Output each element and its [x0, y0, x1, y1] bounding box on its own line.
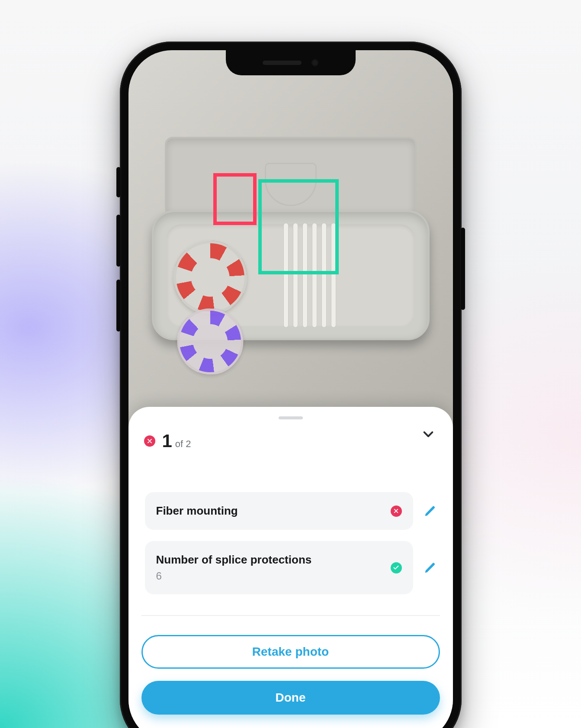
pencil-icon	[424, 505, 437, 518]
phone-side-button	[116, 167, 121, 197]
done-button[interactable]: Done	[141, 681, 440, 715]
results-sheet: 1 of 2 Fiber mounting	[128, 407, 453, 728]
pencil-icon	[424, 561, 437, 574]
retake-photo-button[interactable]: Retake photo	[141, 635, 440, 669]
check-icon	[393, 564, 399, 571]
phone-screen: 1 of 2 Fiber mounting	[128, 50, 453, 728]
phone-notch	[226, 50, 356, 75]
detection-box-ok	[258, 179, 339, 274]
x-icon	[393, 508, 399, 514]
result-row: Number of splice protections 6	[145, 541, 437, 594]
result-row: Fiber mounting	[145, 492, 437, 530]
fiber-spool	[173, 241, 247, 314]
result-title: Number of splice protections	[156, 553, 312, 567]
sheet-grabber[interactable]	[279, 416, 303, 419]
result-card-fiber-mounting[interactable]: Fiber mounting	[145, 492, 413, 530]
phone-volume-up	[116, 215, 121, 267]
sheet-header: 1 of 2	[141, 427, 440, 467]
result-value: 6	[156, 570, 312, 582]
edit-button[interactable]	[424, 505, 437, 518]
fiber-spool	[177, 309, 243, 375]
sheet-actions: Retake photo Done	[141, 615, 440, 715]
detection-box-error	[213, 173, 257, 225]
status-badge-error	[144, 435, 155, 447]
progress-current: 1	[162, 431, 172, 451]
result-list: Fiber mounting	[141, 467, 440, 607]
progress-of-label: of 2	[175, 438, 191, 450]
status-badge-error	[391, 506, 402, 517]
progress-counter: 1 of 2	[162, 431, 191, 451]
phone-frame: 1 of 2 Fiber mounting	[120, 42, 462, 728]
result-title: Fiber mounting	[156, 504, 238, 518]
collapse-sheet-button[interactable]	[419, 425, 437, 444]
result-card-splice-count[interactable]: Number of splice protections 6	[145, 541, 413, 594]
x-icon	[147, 438, 153, 444]
phone-power-button	[461, 228, 465, 310]
edit-button[interactable]	[424, 561, 437, 574]
status-badge-ok	[391, 562, 402, 573]
phone-speaker	[263, 61, 302, 65]
phone-front-camera	[311, 59, 319, 67]
chevron-down-icon	[421, 428, 435, 441]
phone-volume-down	[116, 280, 121, 332]
